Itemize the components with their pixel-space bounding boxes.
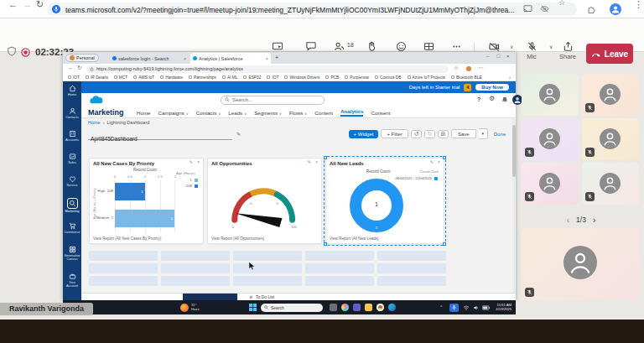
volume-icon[interactable]: [473, 305, 480, 310]
edge-profile-chip[interactable]: Personal: [65, 54, 99, 62]
redo-icon[interactable]: ↻: [424, 130, 435, 138]
edge-profile-icon[interactable]: [466, 66, 471, 71]
sf-search-box[interactable]: Search...: [221, 96, 325, 105]
bookmark-item[interactable]: PCB: [325, 75, 339, 80]
participant-tile[interactable]: [582, 118, 639, 160]
sf-tab-flows[interactable]: Flows ∨: [289, 110, 307, 116]
sf-tab-home[interactable]: Home: [137, 110, 151, 116]
back-icon[interactable]: ←: [8, 0, 18, 9]
bookmark-item[interactable]: Cosmos DB: [375, 75, 402, 80]
window-minimize-icon[interactable]: –: [486, 54, 489, 59]
mic-chevron-icon[interactable]: ∨: [549, 44, 553, 49]
browser-menu-icon[interactable]: ⋮: [634, 0, 643, 9]
camera-chevron-icon[interactable]: ∨: [510, 44, 513, 49]
view-report-link[interactable]: View Report (All New Leads): [330, 236, 379, 241]
participant-tile-large[interactable]: [522, 228, 640, 300]
bookmark-item[interactable]: AI ML: [222, 75, 238, 80]
profile-avatar[interactable]: [610, 3, 621, 15]
sidebar-item-sales[interactable]: Sales: [63, 153, 81, 164]
bookmark-item[interactable]: Windows Drivers: [284, 75, 319, 80]
edge-tab-inactive[interactable]: salesforce login - Search ×: [110, 54, 189, 63]
edge-icon[interactable]: [388, 304, 396, 311]
resize-handle[interactable]: [324, 242, 327, 246]
sf-tab-segments[interactable]: Segments ∨: [254, 110, 282, 116]
sf-tab-contacts[interactable]: Contacts ∨: [196, 110, 221, 116]
bookmark-item[interactable]: IOT: [267, 75, 278, 80]
undo-icon[interactable]: ↺: [411, 130, 422, 138]
scrollbar[interactable]: [512, 118, 516, 293]
sf-tab-analytics-active[interactable]: Analytics: [340, 108, 364, 117]
bar-high[interactable]: 1: [115, 183, 145, 200]
widget-close-icon[interactable]: ×: [315, 160, 318, 164]
add-widget-button[interactable]: + Widget: [349, 130, 379, 138]
favorites-star-icon[interactable]: ☆: [454, 65, 459, 71]
copilot-icon[interactable]: [341, 304, 349, 311]
widget-edit-pencil-icon[interactable]: ✎: [430, 160, 434, 164]
tab-close-icon[interactable]: ×: [184, 56, 186, 61]
task-view-icon[interactable]: [330, 304, 337, 311]
bookmark-star-icon[interactable]: ☆: [558, 0, 565, 7]
edge-address-bar[interactable]: https://computing-ruby-5419.lightning.fo…: [86, 65, 449, 73]
sidebar-item-contacts[interactable]: Contacts: [63, 107, 81, 119]
widget-edit-pencil-icon[interactable]: ✎: [190, 160, 193, 164]
bookmark-item[interactable]: ESP32: [243, 75, 261, 80]
bookmark-item[interactable]: Purplenow: [345, 75, 369, 80]
widget-all-new-leads[interactable]: All New Leads ✎ × Record Count Create Da…: [325, 158, 444, 244]
widget-edit-pencil-icon[interactable]: ✎: [308, 160, 311, 164]
view-report-link[interactable]: View Report (All New Cases By Priority): [93, 236, 161, 241]
window-close-icon[interactable]: ×: [506, 54, 510, 59]
participant-tile[interactable]: [522, 118, 579, 160]
sidebar-item-your-account[interactable]: Your Account: [63, 273, 81, 288]
edge-more-icon[interactable]: ⋯: [478, 65, 484, 71]
participant-tile[interactable]: [522, 163, 579, 205]
sf-tab-leads[interactable]: Leads ∨: [228, 110, 247, 116]
sidebar-item-accounts[interactable]: Accounts: [63, 130, 81, 142]
sidebar-item-generative-canvas[interactable]: Generative Canvas: [63, 246, 81, 262]
sf-tab-consent[interactable]: Consent: [371, 110, 390, 116]
participant-tile[interactable]: [522, 74, 579, 116]
buy-now-button[interactable]: Buy Now: [475, 84, 509, 91]
forward-icon[interactable]: →: [23, 0, 32, 9]
bookmarks-overflow-icon[interactable]: ›: [509, 75, 511, 80]
widget-all-opportunities[interactable]: All Opportunities ✎ × 0 40 60 100 View R…: [207, 158, 322, 244]
participant-tile[interactable]: [582, 163, 639, 205]
tray-chevron-up-icon[interactable]: ^: [440, 305, 442, 309]
widget-close-icon[interactable]: ×: [438, 160, 440, 164]
page-prev-icon[interactable]: ‹: [567, 216, 569, 225]
save-menu-caret-icon[interactable]: ▾: [479, 128, 488, 139]
title-edit-pencil-icon[interactable]: ✎: [236, 132, 241, 137]
shield-icon[interactable]: [7, 46, 17, 57]
widget-cases-by-priority[interactable]: All New Cases By Priority ✎ × Record Cou…: [89, 158, 204, 244]
sidebar-item-service[interactable]: Service: [63, 175, 81, 187]
window-maximize-icon[interactable]: ▢: [496, 54, 501, 58]
teams-app-icon[interactable]: [353, 304, 361, 311]
file-explorer-icon[interactable]: [365, 304, 372, 311]
page-next-icon[interactable]: ›: [593, 216, 595, 225]
dashboard-title-field[interactable]: April845Dashboard: [88, 129, 232, 140]
tab-close-icon[interactable]: ×: [266, 56, 268, 61]
view-report-link[interactable]: View Report (All Opportunities): [211, 236, 264, 241]
start-icon[interactable]: [249, 304, 257, 311]
weather-widget-text[interactable]: 31°Haze: [191, 303, 200, 312]
address-bar[interactable]: teams.microsoft.com/v2/?meetingjoin=true…: [47, 3, 577, 16]
bookmark-item[interactable]: Azure IoT Projects: [408, 75, 445, 80]
extensions-icon[interactable]: [587, 5, 595, 13]
setup-gear-icon[interactable]: ⚙: [489, 96, 495, 102]
bookmark-item[interactable]: Bluetooth BLE: [451, 75, 482, 80]
cast-icon[interactable]: [523, 5, 532, 13]
scrollbar-thumb[interactable]: [512, 125, 516, 177]
resize-handle[interactable]: [443, 156, 446, 159]
preview-hidden-icon[interactable]: [540, 5, 549, 13]
add-filter-button[interactable]: + Filter: [381, 129, 408, 138]
resize-handle[interactable]: [324, 156, 327, 159]
participant-tile[interactable]: [582, 74, 639, 116]
help-icon[interactable]: ?: [477, 96, 480, 102]
bookmark-item[interactable]: Partnerships: [189, 75, 216, 80]
presenter-clock[interactable]: 11:51 AM4/19/2025: [491, 303, 512, 312]
grid-settings-icon[interactable]: ⊞: [438, 130, 449, 138]
todo-list-utility[interactable]: To Do List: [249, 294, 274, 299]
reload-icon[interactable]: ↻: [36, 0, 44, 9]
edge-reload-icon[interactable]: ↻: [77, 65, 81, 71]
bookmark-item[interactable]: AWS IoT: [133, 75, 154, 80]
sidebar-item-marketing[interactable]: Marketing: [63, 198, 81, 213]
